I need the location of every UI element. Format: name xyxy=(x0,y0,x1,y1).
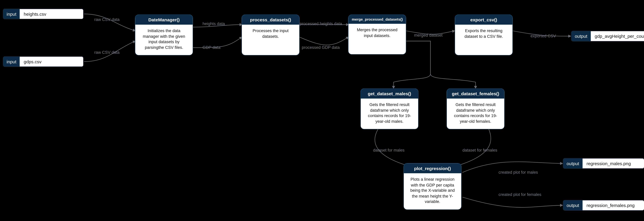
node-body: Merges the processed input datasets. xyxy=(348,24,406,54)
node-body: Gets the filtered result dataframe which… xyxy=(447,99,504,129)
node-body: Initializes the data manager with the gi… xyxy=(135,25,193,55)
output-tag: output xyxy=(563,200,582,210)
input-gdps-csv: input gdps.csv xyxy=(3,57,83,67)
input-tag: input xyxy=(3,9,20,19)
node-plot-regression: plot_regression() Plots a linear regress… xyxy=(404,163,461,209)
node-body: Plots a linear regression with the GDP p… xyxy=(404,173,461,209)
edge-label-plot-males: created plot for males xyxy=(498,170,538,174)
node-get-males: get_dataset_males() Gets the filtered re… xyxy=(361,89,418,129)
input-heights-value: heights.csv xyxy=(20,9,83,19)
node-title: process_datasets() xyxy=(242,15,299,25)
output-main-csv: output gdp_avgHeight_per_country.csv xyxy=(572,31,644,41)
node-title: export_csv() xyxy=(455,15,512,25)
node-title: get_dataset_males() xyxy=(361,89,418,99)
output-males-value: regression_males.png xyxy=(582,159,644,168)
node-body: Processes the input datasets. xyxy=(242,25,299,55)
node-title: merge_processed_datasets() xyxy=(348,15,406,24)
node-date-manager: DateManager() Initializes the data manag… xyxy=(135,15,193,55)
output-females-value: regression_females.png xyxy=(582,200,644,210)
input-heights-csv: input heights.csv xyxy=(3,9,83,19)
output-tag: output xyxy=(572,31,591,41)
edge-label-merged: merged dataset xyxy=(414,33,442,37)
node-export-csv: export_csv() Exports the resulting datas… xyxy=(455,15,512,55)
edge-label-raw1: raw CSV data xyxy=(94,17,120,22)
node-title: get_dataset_females() xyxy=(447,89,504,99)
output-females-png: output regression_females.png xyxy=(563,200,644,210)
output-males-png: output regression_males.png xyxy=(563,159,644,168)
edge-label-gdp: GDP data xyxy=(202,45,220,50)
node-title: DateManager() xyxy=(135,15,193,25)
edge-label-proc-heights: processed heights data xyxy=(300,21,342,26)
output-main-value: gdp_avgHeight_per_country.csv xyxy=(591,31,644,41)
input-tag: input xyxy=(3,57,20,67)
edge-label-proc-gdp: processed GDP data xyxy=(302,45,340,50)
edge-label-exported: exported CSV xyxy=(530,34,556,38)
edge-label-ds-females: dataset for females xyxy=(462,148,497,152)
output-tag: output xyxy=(563,159,582,168)
node-body: Exports the resulting dataset to a CSV f… xyxy=(455,25,512,55)
node-title: plot_regression() xyxy=(404,163,461,173)
node-process-datasets: process_datasets() Processes the input d… xyxy=(242,15,299,55)
edge-label-heights: heights data xyxy=(202,21,225,26)
node-merge-processed: merge_processed_datasets() Merges the pr… xyxy=(348,15,406,54)
edge-label-raw2: raw CSV data xyxy=(94,50,120,55)
node-get-females: get_dataset_females() Gets the filtered … xyxy=(447,89,504,129)
edge-label-plot-females: created plot for females xyxy=(498,192,541,197)
input-gdps-value: gdps.csv xyxy=(20,57,83,67)
edges-layer xyxy=(0,0,644,221)
edge-label-ds-males: dataset for males xyxy=(373,148,404,152)
node-body: Gets the filtered result dataframe which… xyxy=(361,99,418,129)
